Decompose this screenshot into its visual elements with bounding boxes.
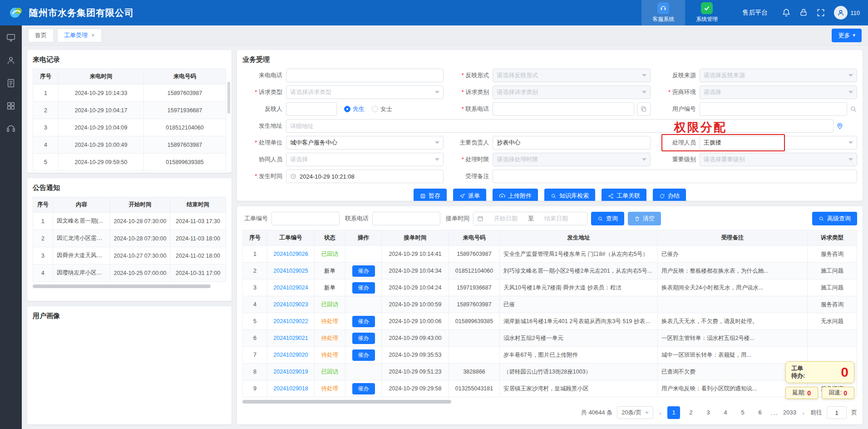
urge-button[interactable]: 催办 xyxy=(352,265,375,277)
page-number[interactable]: 3 xyxy=(702,406,715,419)
urge-button[interactable]: 催办 xyxy=(352,333,375,344)
page-number[interactable]: 2 xyxy=(685,406,697,419)
order-id-link[interactable]: 20241029026 xyxy=(273,251,308,257)
nav-admin-system[interactable]: 系统管理 xyxy=(685,0,729,25)
goto-page-input[interactable] xyxy=(827,406,847,419)
urge-button[interactable]: 催办 xyxy=(352,282,375,294)
address-input[interactable] xyxy=(286,119,833,133)
search-button[interactable]: 查询 xyxy=(591,212,624,225)
horizontal-scrollbar[interactable] xyxy=(242,400,857,403)
call-record-row[interactable]: 32024-10-29 10:04:09018512104060 xyxy=(33,119,226,136)
page-number[interactable]: 1 xyxy=(667,406,680,419)
prev-page-arrow[interactable]: ‹ xyxy=(658,409,663,417)
page-number[interactable]: 4 xyxy=(719,406,732,419)
workbench-icon[interactable] xyxy=(6,33,16,43)
cell-no: 2 xyxy=(243,263,267,279)
urge-button[interactable]: 催办 xyxy=(352,383,375,394)
importance-select[interactable]: 请选择重要级别 xyxy=(700,153,857,166)
apps-grid-icon[interactable] xyxy=(6,101,16,111)
rollback-chip[interactable]: 回退:0 xyxy=(822,387,854,399)
next-page-arrow[interactable]: › xyxy=(801,409,806,417)
aftersale-platform-link[interactable]: 售后平台 xyxy=(742,9,768,17)
horizontal-scrollbar[interactable] xyxy=(33,284,226,288)
contact-phone-input[interactable] xyxy=(493,102,634,116)
location-pin-icon[interactable] xyxy=(836,122,843,130)
occur-time-input[interactable]: 2024-10-29 10:21:08 xyxy=(286,170,444,183)
todo-widget[interactable]: 工单 待办: 0 延期:0 回退:0 xyxy=(785,361,854,399)
reporter-input[interactable] xyxy=(286,102,337,116)
search-icon[interactable] xyxy=(850,105,857,113)
vertical-scrollbar[interactable] xyxy=(227,82,230,114)
draft-button[interactable]: 暂存 xyxy=(414,189,447,201)
page-number[interactable]: 6 xyxy=(754,406,766,419)
appeal-category-select[interactable]: 请选择诉求类别 xyxy=(493,85,650,99)
announcement-row[interactable]: 3因舜井大道天风小...2024-10-27 07:30:002024-11-0… xyxy=(33,247,226,264)
tab-home[interactable]: 首页 xyxy=(28,29,54,42)
order-id-link[interactable]: 20241029021 xyxy=(273,335,308,341)
delay-count: 0 xyxy=(807,389,811,397)
order-id-link[interactable]: 20241029019 xyxy=(273,369,308,375)
time-limit-select[interactable]: 请选择处理时限 xyxy=(493,153,650,166)
co-handler-select[interactable]: 请选择 xyxy=(286,153,444,166)
call-phone-input[interactable] xyxy=(286,69,444,82)
end-date-placeholder: 结束日期 xyxy=(537,214,576,223)
headset-icon[interactable] xyxy=(6,124,16,134)
announcement-row[interactable]: 1因文峰名居一期(...2024-10-28 07:30:002024-11-0… xyxy=(33,213,226,230)
lock-icon[interactable] xyxy=(799,8,808,17)
user-avatar[interactable] xyxy=(834,6,848,20)
announcement-row[interactable]: 4因璎纳左岸小区水...2024-10-25 07:00:002024-10-3… xyxy=(33,264,226,282)
order-id-link[interactable]: 20241029023 xyxy=(273,301,308,308)
handler-select[interactable]: 王拨搂 xyxy=(700,136,857,150)
delay-chip[interactable]: 延期:0 xyxy=(785,387,818,399)
call-record-row[interactable]: 22024-10-29 10:04:1715971936687 xyxy=(33,102,226,119)
appeal-type-select[interactable]: 请选择诉求类型 xyxy=(286,85,444,99)
tab-work-order[interactable]: 工单受理 × xyxy=(57,29,102,42)
dispatch-button[interactable]: 派单 xyxy=(453,189,486,201)
order-id-link[interactable]: 20241029022 xyxy=(273,318,308,324)
customer-icon[interactable] xyxy=(6,55,16,65)
bell-icon[interactable] xyxy=(782,8,791,17)
kb-search-button[interactable]: 知识库检索 xyxy=(544,189,595,201)
date-range-picker[interactable]: 开始日期 至 结束日期 xyxy=(473,212,587,225)
order-id-link[interactable]: 20241029018 xyxy=(273,385,308,392)
radio-ms[interactable]: 女士 xyxy=(372,105,392,113)
page-ellipsis[interactable]: ... xyxy=(771,409,779,416)
urge-button[interactable]: 催办 xyxy=(352,316,375,327)
phone-query-input[interactable] xyxy=(372,212,440,225)
copy-icon[interactable] xyxy=(637,102,651,116)
advanced-search-button[interactable]: 高级查询 xyxy=(812,212,857,225)
announcement-row[interactable]: 2因汇龙湾小区需水...2024-10-28 07:30:002024-11-0… xyxy=(33,230,226,247)
page-number[interactable]: 5 xyxy=(736,406,749,419)
page-number-last[interactable]: 2033 xyxy=(783,406,796,419)
col-header: 状态 xyxy=(315,230,345,246)
document-icon[interactable] xyxy=(6,78,16,88)
tab-close-icon[interactable]: × xyxy=(91,32,95,39)
radio-mr[interactable]: 先生 xyxy=(344,105,365,113)
upload-attachment-button[interactable]: 上传附件 xyxy=(493,189,538,201)
main-leader-label: 主要负责人 xyxy=(449,139,493,147)
main-leader-input[interactable] xyxy=(493,136,650,150)
call-record-row[interactable]: 52024-10-29 09:59:50015899639385 xyxy=(33,154,226,171)
reflect-source-select[interactable]: 请选择反映来源 xyxy=(700,69,857,82)
order-id-link[interactable]: 20241029024 xyxy=(273,284,308,291)
fullscreen-icon[interactable] xyxy=(816,8,825,17)
finish-button[interactable]: 办结 xyxy=(653,189,686,201)
user-no-input[interactable] xyxy=(700,102,847,116)
order-id-link[interactable]: 20241029025 xyxy=(273,268,308,274)
handle-unit-select[interactable]: 城中客户服务中心 xyxy=(286,136,444,150)
reflect-form-select[interactable]: 请选择反映形式 xyxy=(493,69,650,82)
remark-input[interactable] xyxy=(493,170,857,183)
more-button[interactable]: 更多 ▾ xyxy=(832,29,862,42)
order-no-query-input[interactable] xyxy=(271,212,340,225)
urge-button[interactable]: 催办 xyxy=(352,349,375,361)
link-order-button[interactable]: 工单关联 xyxy=(602,189,646,201)
clear-button[interactable]: 清空 xyxy=(628,212,661,225)
page-size-select[interactable]: 20条/页 xyxy=(617,406,653,419)
nav-service-system[interactable]: 客服系统 xyxy=(641,0,685,25)
business-env-select[interactable]: 请选择 xyxy=(700,85,857,99)
clear-label: 清空 xyxy=(643,214,655,223)
order-id-link[interactable]: 20241029020 xyxy=(273,352,308,358)
call-record-row[interactable]: 12024-10-29 10:14:3315897603987 xyxy=(33,85,226,102)
call-record-row[interactable]: 42024-10-29 10:00:4915897603987 xyxy=(33,136,226,154)
cell-remark: 一区郭主管转单：涢水村五组2号楼... xyxy=(658,330,808,347)
